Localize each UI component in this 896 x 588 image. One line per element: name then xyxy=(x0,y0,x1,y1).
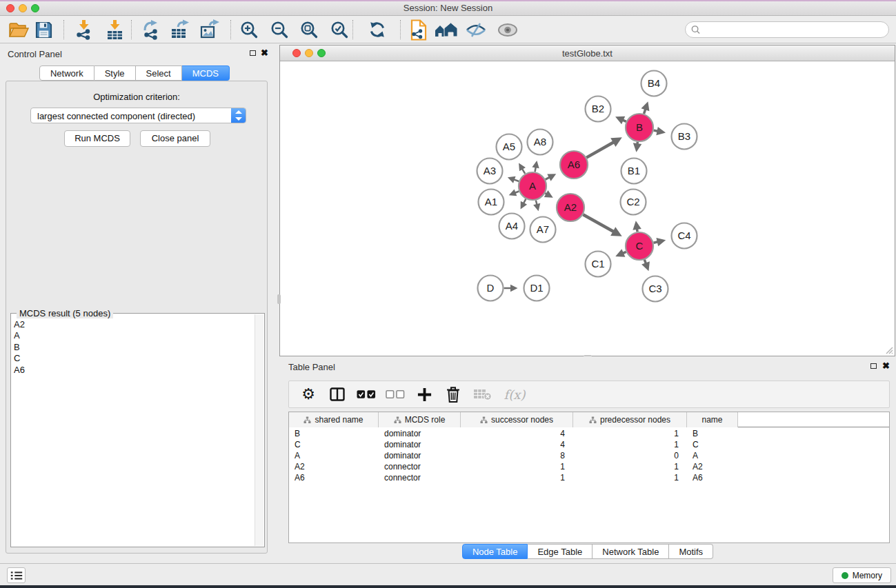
graph-edge-B-B4[interactable] xyxy=(644,109,646,114)
control-panel: Control Panel ✖ Network Style Select MCD… xyxy=(0,43,269,563)
attribute-tree-icon xyxy=(303,416,311,424)
table-row[interactable]: Cdominator41C xyxy=(289,439,889,450)
window-resize-grip[interactable] xyxy=(884,345,893,354)
open-session-button[interactable] xyxy=(7,18,30,41)
table-cell: 4 xyxy=(461,439,573,450)
memory-button[interactable]: Memory xyxy=(833,567,891,583)
show-column-button[interactable] xyxy=(328,384,347,405)
table-cell: A6 xyxy=(289,472,379,483)
export-image-button[interactable] xyxy=(198,18,221,41)
graph-edge-A-A7[interactable] xyxy=(536,200,537,205)
graph-edge-A-A3[interactable] xyxy=(514,179,519,181)
graph-edge-A6-B[interactable] xyxy=(586,142,613,157)
close-panel-icon[interactable]: ✖ xyxy=(261,48,268,59)
float-panel-icon[interactable] xyxy=(250,50,256,56)
add-row-button[interactable] xyxy=(415,384,434,405)
network-window-title: testGlobe.txt xyxy=(280,48,895,59)
tab-edge-table[interactable]: Edge Table xyxy=(528,544,593,559)
birdseye-view-button[interactable] xyxy=(496,18,519,41)
left-splitter-handle[interactable] xyxy=(277,294,281,304)
import-network-icon xyxy=(74,19,93,40)
column-settings-button[interactable]: ⚙ xyxy=(299,384,318,405)
graph-edge-A-A4[interactable] xyxy=(524,199,526,203)
tab-motifs[interactable]: Motifs xyxy=(669,544,713,559)
tab-select[interactable]: Select xyxy=(136,65,182,81)
edge-arrowhead-icon xyxy=(533,203,540,211)
task-history-button[interactable] xyxy=(7,567,26,583)
run-mcds-button[interactable]: Run MCDS xyxy=(64,130,130,147)
graph-node-label: C xyxy=(636,240,644,252)
home-button[interactable] xyxy=(435,18,458,41)
table-cell: A xyxy=(289,450,379,461)
import-network-button[interactable] xyxy=(72,18,95,41)
graph-node-label: B3 xyxy=(678,130,690,142)
zoom-fit-button[interactable] xyxy=(297,18,321,41)
graph-node-label: C2 xyxy=(626,196,639,207)
select-stepper-icon xyxy=(231,108,246,123)
column-header[interactable]: predecessor nodes xyxy=(573,412,687,427)
import-table-button[interactable] xyxy=(103,18,126,41)
refresh-button[interactable] xyxy=(366,18,389,41)
plus-icon xyxy=(417,387,432,403)
float-panel-icon[interactable] xyxy=(870,363,877,369)
mcds-result-item[interactable]: A2 xyxy=(14,319,253,330)
mcds-result-item[interactable]: A xyxy=(14,330,253,341)
table-panel-title: Table Panel xyxy=(288,362,335,372)
table-row[interactable]: Adominator80A xyxy=(289,450,889,461)
export-network-icon xyxy=(141,19,161,40)
column-header[interactable]: name xyxy=(687,412,738,427)
optimization-criterion-select[interactable]: largest connected component (directed) xyxy=(30,108,246,123)
graph-edge-A-A5[interactable] xyxy=(522,169,525,174)
tab-style[interactable]: Style xyxy=(94,65,136,81)
mcds-result-item[interactable]: B xyxy=(14,342,253,353)
table-row[interactable]: A6connector11A6 xyxy=(289,472,889,483)
select-all-button[interactable] xyxy=(357,384,376,405)
toolbar-separator xyxy=(352,20,353,39)
table-cell: 4 xyxy=(461,428,573,439)
tab-network-table[interactable]: Network Table xyxy=(593,544,669,559)
network-from-file-button[interactable] xyxy=(407,18,430,41)
tab-mcds[interactable]: MCDS xyxy=(182,65,230,81)
open-folder-icon xyxy=(8,21,29,39)
delete-row-button[interactable] xyxy=(444,384,463,405)
graph-edge-A-A8[interactable] xyxy=(535,167,536,172)
export-network-button[interactable] xyxy=(139,18,163,41)
table-toolbar: ⚙ xyxy=(288,381,890,408)
table-row[interactable]: A2connector11A2 xyxy=(289,461,889,472)
import-table-icon xyxy=(105,19,124,40)
edge-arrowhead-icon xyxy=(656,127,666,135)
column-header[interactable]: successor nodes xyxy=(461,412,573,427)
column-header[interactable]: shared name xyxy=(289,412,379,427)
mcds-result-item[interactable]: C xyxy=(14,353,253,364)
close-panel-icon[interactable]: ✖ xyxy=(882,361,890,372)
zoom-in-button[interactable] xyxy=(237,18,261,41)
save-session-button[interactable] xyxy=(32,18,55,41)
graph-node-label: A5 xyxy=(503,141,515,152)
column-header-label: name xyxy=(701,415,722,425)
graph-edge-A2-C[interactable] xyxy=(583,214,613,232)
unchecked-boxes-icon xyxy=(386,389,405,399)
function-builder-button[interactable]: f(x) xyxy=(501,384,528,405)
deselect-all-button[interactable] xyxy=(386,384,405,405)
column-header[interactable]: MCDS role xyxy=(379,412,461,427)
tab-node-table[interactable]: Node Table xyxy=(462,544,528,559)
result-scrollbar[interactable] xyxy=(255,314,263,546)
delete-table-button[interactable] xyxy=(472,384,492,405)
export-table-button[interactable] xyxy=(168,18,192,41)
zoom-in-icon xyxy=(240,21,259,39)
zoom-selected-button[interactable] xyxy=(328,18,351,41)
close-panel-button[interactable]: Close panel xyxy=(140,130,210,147)
hide-graphics-details-button[interactable] xyxy=(464,18,488,41)
graph-edge-A-A6[interactable] xyxy=(546,177,550,179)
hide-details-eye-icon xyxy=(466,21,486,39)
network-canvas[interactable]: AA1A2A3A4A5A6A7A8BB1B2B3B4CC1C2C3C4DD1 xyxy=(280,61,895,356)
zoom-out-button[interactable] xyxy=(268,18,291,41)
tab-network[interactable]: Network xyxy=(39,65,94,81)
table-row[interactable]: Bdominator41B xyxy=(289,428,889,439)
task-list-icon xyxy=(10,569,23,582)
table-cell: 1 xyxy=(573,439,687,450)
mcds-result-item[interactable]: A6 xyxy=(14,365,253,376)
edge-arrowhead-icon xyxy=(656,238,666,246)
checked-boxes-icon xyxy=(357,389,376,399)
search-input[interactable] xyxy=(705,23,881,37)
